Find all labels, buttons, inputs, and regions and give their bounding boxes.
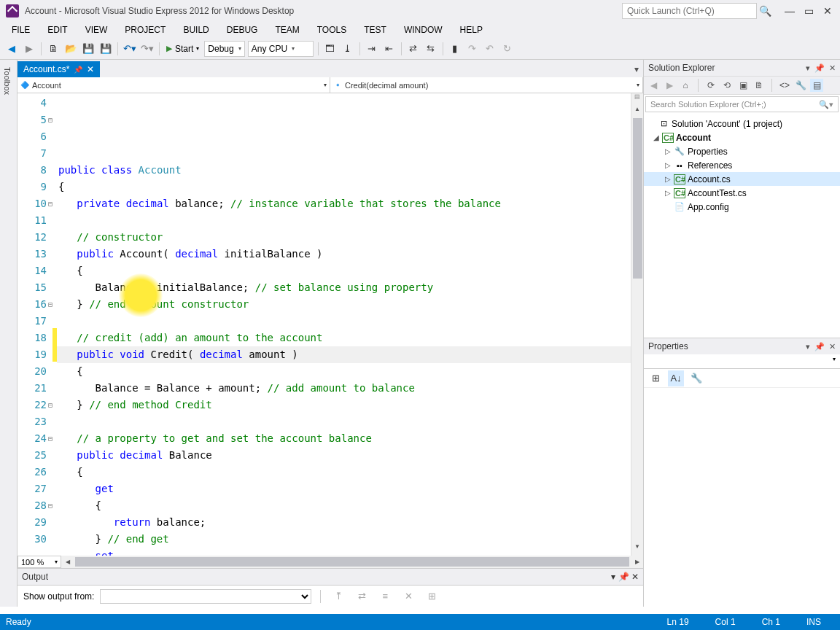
tb-icon-2[interactable]: ⤓ — [340, 41, 356, 57]
zoom-dropdown[interactable]: 100 %▾ — [18, 556, 61, 568]
properties-header[interactable]: Properties ▾📌✕ — [644, 338, 840, 354]
output-btn-5[interactable]: ⊞ — [424, 588, 440, 604]
output-btn-3[interactable]: ≡ — [377, 588, 393, 604]
properties-object-dropdown[interactable]: ▾ — [644, 354, 840, 369]
output-dropdown-icon[interactable]: ▾ — [611, 572, 615, 582]
scroll-down-icon[interactable]: ▼ — [631, 543, 643, 556]
start-debug-button[interactable]: ▶Start ▾ — [163, 41, 203, 57]
sol-sync-icon[interactable]: ⟲ — [720, 79, 734, 92]
output-btn-2[interactable]: ⇄ — [354, 588, 370, 604]
code-editor[interactable]: 45⊟678910⊟111213141516⊟171819202122⊟2324… — [18, 93, 643, 556]
save-all-icon[interactable]: 💾 — [98, 41, 114, 57]
output-btn-4[interactable]: ✕ — [400, 588, 416, 604]
class-nav-dropdown[interactable]: 🔷 Account ▾ — [18, 77, 330, 93]
close-button[interactable]: ✕ — [818, 3, 837, 19]
output-panel-header[interactable]: Output ▾ 📌 ✕ — [18, 569, 643, 585]
nav-fwd-button[interactable]: ▶ — [21, 41, 37, 57]
tree-node-account-cs[interactable]: ▷C# Account.cs — [644, 172, 840, 186]
tb-icon-uncomment[interactable]: ⇆ — [423, 41, 439, 57]
scroll-up-icon[interactable]: ▲ — [631, 106, 643, 118]
sol-fwd-icon[interactable]: ▶ — [663, 79, 676, 92]
sol-home-icon[interactable]: ⌂ — [679, 79, 692, 92]
menu-debug[interactable]: DEBUG — [218, 23, 267, 37]
tree-node-references[interactable]: ▷▪▪ References — [644, 158, 840, 172]
menu-build[interactable]: BUILD — [174, 23, 217, 37]
menu-edit[interactable]: EDIT — [39, 23, 76, 37]
document-tab-account[interactable]: Account.cs* 📌 ✕ — [18, 61, 100, 77]
minimize-button[interactable]: — — [780, 3, 799, 19]
class-nav-label: Account — [32, 81, 61, 90]
tree-node-app-config[interactable]: 📄 App.config — [644, 200, 840, 214]
prop-pin-icon[interactable]: 📌 — [814, 342, 825, 351]
menu-window[interactable]: WINDOW — [395, 23, 451, 37]
nav-back-button[interactable]: ◀ — [4, 41, 20, 57]
member-nav-dropdown[interactable]: 🔹 Credit(decimal amount) ▾ — [330, 77, 643, 93]
code-content[interactable]: public class Account{ private decimal ba… — [57, 93, 631, 556]
tb-icon-1[interactable]: 🗔 — [322, 41, 338, 57]
tb-icon-outdent[interactable]: ⇤ — [381, 41, 397, 57]
maximize-button[interactable]: ▭ — [799, 3, 818, 19]
output-source-dropdown[interactable] — [100, 589, 311, 604]
menu-tools[interactable]: TOOLS — [308, 23, 355, 37]
doc-dropdown-icon[interactable]: ▾ — [630, 61, 643, 77]
project-node[interactable]: ◢C# Account — [644, 131, 840, 144]
menu-project[interactable]: PROJECT — [116, 23, 174, 37]
menu-file[interactable]: FILE — [3, 23, 39, 37]
sol-showall-icon[interactable]: 🗎 — [752, 79, 766, 92]
tb-icon-comment[interactable]: ⇄ — [405, 41, 421, 57]
scroll-thumb[interactable] — [633, 118, 642, 279]
scroll-left-icon[interactable]: ◀ — [61, 559, 74, 565]
new-project-icon[interactable]: 🗎 — [45, 41, 61, 57]
properties-grid[interactable] — [644, 388, 840, 607]
save-icon[interactable]: 💾 — [80, 41, 96, 57]
solution-tree[interactable]: ⊡ Solution 'Account' (1 project) ◢C# Acc… — [644, 114, 840, 338]
sol-pin-icon[interactable]: 📌 — [814, 63, 825, 73]
sol-prop-icon[interactable]: 🔧 — [794, 79, 807, 92]
solution-node[interactable]: ⊡ Solution 'Account' (1 project) — [644, 117, 840, 131]
tree-node-properties[interactable]: ▷🔧 Properties — [644, 144, 840, 158]
step-icon-2[interactable]: ↷ — [464, 41, 481, 57]
toolbox-sidebar-tab[interactable]: Toolbox — [0, 60, 18, 607]
prop-close-icon[interactable]: ✕ — [829, 342, 836, 351]
output-btn-1[interactable]: ⤒ — [330, 588, 346, 604]
step-icon-3[interactable]: ↶ — [482, 41, 498, 57]
close-tab-icon[interactable]: ✕ — [87, 64, 94, 74]
redo-button[interactable]: ↷▾ — [139, 41, 155, 57]
open-icon[interactable]: 📂 — [63, 41, 79, 57]
vertical-scrollbar[interactable]: ▤ ▲ ▼ — [631, 93, 643, 556]
prop-wrench-icon[interactable]: 🔧 — [688, 370, 704, 386]
menu-view[interactable]: VIEW — [77, 23, 117, 37]
prop-categorized-icon[interactable]: ⊞ — [648, 370, 664, 386]
undo-button[interactable]: ↶▾ — [122, 41, 138, 57]
sol-refresh-icon[interactable]: ⟳ — [704, 79, 718, 92]
tree-node-accounttest-cs[interactable]: ▷C# AccountTest.cs — [644, 186, 840, 200]
menu-team[interactable]: TEAM — [266, 23, 308, 37]
quick-launch-input[interactable] — [622, 3, 757, 19]
sol-collapse-icon[interactable]: ▣ — [736, 79, 750, 92]
solution-explorer-header[interactable]: Solution Explorer ▾📌✕ — [644, 60, 840, 76]
solution-search-input[interactable]: Search Solution Explorer (Ctrl+;) 🔍▾ — [645, 96, 839, 112]
search-icon[interactable]: 🔍 — [758, 4, 771, 18]
scroll-right-icon[interactable]: ▶ — [631, 559, 643, 565]
step-icon-4[interactable]: ↻ — [499, 41, 516, 57]
menu-help[interactable]: HELP — [451, 23, 491, 37]
platform-dropdown[interactable]: Any CPU▾ — [248, 41, 314, 57]
split-icon[interactable]: ▤ — [631, 93, 643, 106]
output-panel: Output ▾ 📌 ✕ Show output from: ⤒ ⇄ ≡ ✕ ⊞ — [18, 568, 643, 607]
sol-close-icon[interactable]: ✕ — [829, 63, 836, 73]
sol-dropdown-icon[interactable]: ▾ — [806, 63, 810, 73]
hscroll-thumb[interactable] — [75, 557, 629, 567]
output-close-icon[interactable]: ✕ — [631, 572, 639, 582]
output-pin-icon[interactable]: 📌 — [618, 572, 629, 582]
sol-back-icon[interactable]: ◀ — [647, 79, 660, 92]
tb-icon-indent[interactable]: ⇥ — [364, 41, 380, 57]
prop-alpha-icon[interactable]: A↓ — [668, 370, 684, 386]
sol-preview-icon[interactable]: ▤ — [810, 79, 823, 92]
step-icon-1[interactable]: ▮ — [447, 41, 463, 57]
pin-icon[interactable]: 📌 — [74, 66, 82, 74]
config-dropdown[interactable]: Debug▾ — [204, 41, 244, 57]
solution-explorer-title: Solution Explorer — [648, 63, 715, 73]
sol-code-icon[interactable]: <> — [778, 79, 791, 92]
prop-dropdown-icon[interactable]: ▾ — [806, 342, 810, 351]
menu-test[interactable]: TEST — [355, 23, 395, 37]
